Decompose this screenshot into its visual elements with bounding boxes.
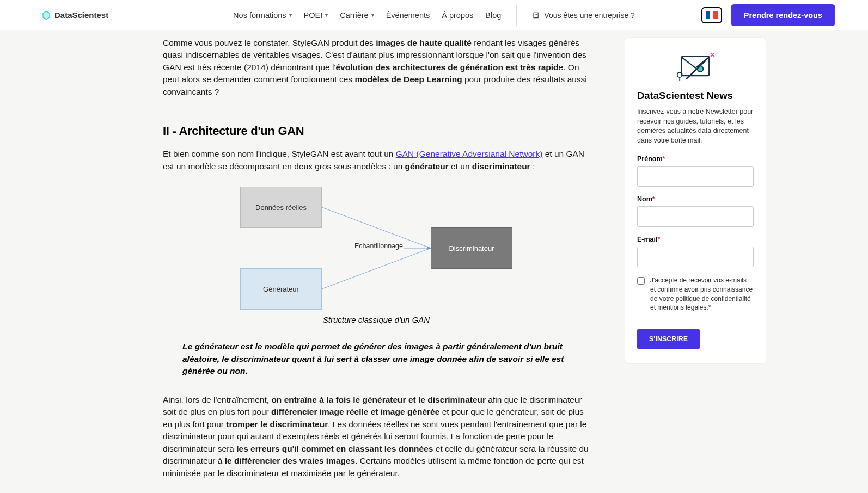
- page-body: Comme vous pouvez le constater, StyleGAN…: [80, 30, 788, 493]
- consent-checkbox[interactable]: [637, 277, 645, 285]
- consent-text: J'accepte de recevoir vos e-mails et con…: [650, 276, 754, 312]
- diagram-box-generator: Générateur: [240, 268, 322, 310]
- nom-label: Nom*: [637, 195, 754, 203]
- chevron-down-icon: ▾: [371, 12, 374, 18]
- flag-france-icon: [706, 11, 718, 19]
- prenom-input[interactable]: [637, 166, 754, 187]
- enterprise-link[interactable]: Vous êtes une entreprise ?: [532, 11, 635, 20]
- nav-carriere[interactable]: Carrière▾: [340, 11, 374, 20]
- chevron-down-icon: ▾: [289, 12, 292, 18]
- newsletter-title: DataScientest News: [637, 90, 754, 102]
- newsletter-sidebar: DataScientest News Inscrivez-vous à notr…: [625, 37, 766, 364]
- email-label: E-mail*: [637, 236, 754, 243]
- section-heading: II - Architecture d'un GAN: [163, 124, 590, 138]
- form-group-email: E-mail*: [637, 236, 754, 267]
- nav-separator: [516, 5, 517, 26]
- svg-line-4: [322, 248, 431, 289]
- nav-apropos[interactable]: À propos: [442, 11, 473, 20]
- nom-input[interactable]: [637, 206, 754, 227]
- diagram-box-discriminator: Discriminateur: [431, 227, 512, 269]
- intro-paragraph: Comme vous pouvez le constater, StyleGAN…: [163, 37, 590, 98]
- nav-formations[interactable]: Nos formations▾: [233, 11, 292, 20]
- gan-intro-paragraph: Et bien comme son nom l'indique, StyleGA…: [163, 148, 590, 172]
- svg-rect-2: [536, 14, 537, 14]
- gan-diagram: Données réelles Générateur Discriminateu…: [240, 187, 512, 312]
- main-nav: Nos formations▾ POEI▾ Carrière▾ Événemen…: [233, 5, 635, 26]
- newsletter-illustration: [637, 51, 754, 83]
- svg-rect-7: [682, 56, 709, 76]
- subscribe-button[interactable]: S'INSCRIRE: [637, 329, 700, 349]
- consent-row: J'accepte de recevoir vos e-mails et con…: [637, 276, 754, 312]
- logo-icon: [41, 10, 51, 20]
- svg-rect-0: [534, 13, 538, 17]
- svg-rect-1: [535, 14, 536, 14]
- diagram-box-real-data: Données réelles: [240, 187, 322, 228]
- gan-link[interactable]: GAN (Generative Adversiarial Network): [396, 149, 543, 158]
- brand-logo[interactable]: DataScientest: [41, 10, 108, 20]
- envelope-icon: [671, 51, 720, 83]
- newsletter-description: Inscrivez-vous à notre Newsletter pour r…: [637, 107, 754, 145]
- site-header: DataScientest Nos formations▾ POEI▾ Carr…: [0, 0, 868, 30]
- header-right: Prendre rendez-vous: [701, 4, 835, 26]
- language-selector[interactable]: [701, 7, 722, 23]
- form-group-prenom: Prénom*: [637, 155, 754, 187]
- email-input[interactable]: [637, 246, 754, 267]
- nav-evenements[interactable]: Événements: [386, 11, 430, 20]
- nav-poei[interactable]: POEI▾: [304, 11, 328, 20]
- cta-rendezvous-button[interactable]: Prendre rendez-vous: [731, 4, 835, 26]
- article-main: Comme vous pouvez le constater, StyleGAN…: [163, 37, 590, 491]
- prenom-label: Prénom*: [637, 155, 754, 163]
- form-group-nom: Nom*: [637, 195, 754, 227]
- diagram-label-sampling: Echantillonnage: [354, 242, 403, 250]
- diagram-caption: Structure classique d'un GAN: [163, 315, 590, 324]
- definition-quote: Le générateur est le modèle qui permet d…: [182, 341, 590, 377]
- building-icon: [532, 11, 540, 19]
- chevron-down-icon: ▾: [325, 12, 328, 18]
- nav-blog[interactable]: Blog: [485, 11, 501, 20]
- brand-name: DataScientest: [54, 10, 108, 20]
- training-paragraph: Ainsi, lors de l'entraînement, on entraî…: [163, 394, 590, 479]
